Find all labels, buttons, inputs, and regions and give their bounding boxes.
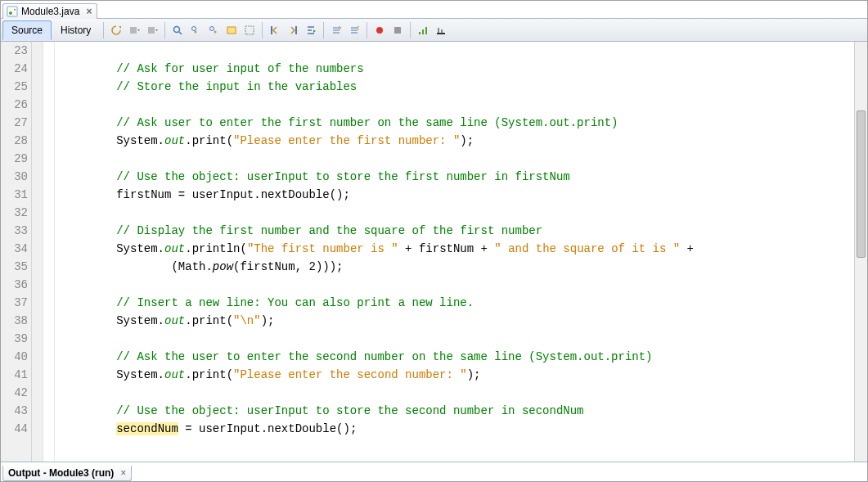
code-line[interactable]: [61, 150, 854, 168]
line-number: 35: [1, 258, 28, 276]
line-number: 42: [1, 384, 28, 402]
line-number: 30: [1, 168, 28, 186]
java-file-icon: [7, 6, 18, 17]
line-number: 26: [1, 96, 28, 114]
output-tab[interactable]: Output - Module3 (run) ×: [2, 466, 132, 481]
svg-rect-9: [245, 26, 254, 34]
line-number: 44: [1, 420, 28, 438]
code-line[interactable]: [61, 330, 854, 348]
line-number: 37: [1, 294, 28, 312]
back-dropdown-icon[interactable]: [126, 22, 142, 38]
code-line[interactable]: [61, 384, 854, 402]
svg-point-7: [210, 26, 214, 30]
code-line[interactable]: // Use the object: userInput to store th…: [61, 168, 854, 186]
code-line[interactable]: System.out.println("The first number is …: [61, 240, 854, 258]
line-number: 38: [1, 312, 28, 330]
svg-rect-15: [422, 29, 424, 34]
code-line[interactable]: // Store the input in the variables: [61, 78, 854, 96]
highlight-icon[interactable]: [223, 22, 240, 38]
file-tab[interactable]: Module3.java ×: [2, 3, 97, 19]
code-line[interactable]: [61, 276, 854, 294]
close-icon[interactable]: ×: [120, 467, 126, 479]
subtab-history[interactable]: History: [52, 20, 100, 40]
line-number: 41: [1, 366, 28, 384]
code-line[interactable]: // Insert a new line: You can also print…: [61, 294, 854, 312]
svg-rect-14: [419, 32, 421, 34]
code-content[interactable]: // Ask for user input of the numbers // …: [55, 42, 854, 462]
shift-left-icon[interactable]: [267, 22, 283, 38]
svg-rect-11: [295, 26, 297, 34]
code-line[interactable]: [61, 204, 854, 222]
svg-point-12: [376, 27, 383, 34]
code-line[interactable]: // Use the object: userInput to store th…: [61, 402, 854, 420]
line-number-gutter: 2324252627282930313233343536373839404142…: [1, 42, 32, 462]
line-number: 24: [1, 60, 28, 78]
stop-macro-icon[interactable]: [389, 22, 406, 38]
line-number: 39: [1, 330, 28, 348]
glyph-margin: [32, 42, 43, 462]
line-number: 36: [1, 276, 28, 294]
code-line[interactable]: // Ask the user to enter the second numb…: [61, 348, 854, 366]
svg-point-1: [9, 11, 12, 15]
record-macro-icon[interactable]: [371, 22, 388, 38]
line-number: 33: [1, 222, 28, 240]
line-number: 23: [1, 42, 28, 60]
fold-margin: [43, 42, 55, 462]
svg-line-5: [179, 32, 182, 34]
code-editor[interactable]: 2324252627282930313233343536373839404142…: [1, 42, 867, 462]
line-number: 40: [1, 348, 28, 366]
line-number: 32: [1, 204, 28, 222]
format-icon[interactable]: [303, 22, 319, 38]
scrollbar-thumb[interactable]: [857, 110, 866, 258]
file-tab-label: Module3.java: [21, 6, 79, 17]
bars-icon[interactable]: [415, 22, 431, 38]
separator: [367, 22, 367, 38]
svg-rect-2: [130, 27, 137, 34]
line-number: 28: [1, 132, 28, 150]
code-line[interactable]: // Ask user to enter the first number on…: [61, 114, 854, 132]
line-number: 34: [1, 240, 28, 258]
code-line[interactable]: [61, 42, 854, 60]
separator: [410, 22, 411, 38]
code-line[interactable]: firstNum = userInput.nextDouble();: [61, 186, 854, 204]
vertical-scrollbar[interactable]: [854, 42, 867, 462]
code-line[interactable]: secondNum = userInput.nextDouble();: [61, 420, 854, 438]
output-tab-label: Output - Module3 (run): [8, 467, 114, 479]
comment-icon[interactable]: [328, 22, 344, 38]
align-icon[interactable]: [433, 22, 449, 38]
code-line[interactable]: (Math.pow(firstNum, 2)));: [61, 258, 854, 276]
code-line[interactable]: // Ask for user input of the numbers: [61, 60, 854, 78]
code-line[interactable]: System.out.print("Please enter the first…: [61, 132, 854, 150]
find-icon[interactable]: [169, 22, 186, 38]
line-number: 29: [1, 150, 28, 168]
svg-rect-0: [7, 7, 17, 16]
refresh-icon[interactable]: [108, 22, 124, 38]
code-line[interactable]: // Display the first number and the squa…: [61, 222, 854, 240]
toggle-highlight-icon[interactable]: [241, 22, 258, 38]
svg-point-4: [174, 26, 180, 32]
line-number: 31: [1, 186, 28, 204]
svg-rect-13: [394, 27, 401, 34]
close-icon[interactable]: ×: [86, 6, 92, 17]
svg-rect-3: [148, 27, 155, 34]
find-next-icon[interactable]: [205, 22, 222, 38]
forward-dropdown-icon[interactable]: [144, 22, 160, 38]
line-number: 25: [1, 78, 28, 96]
code-line[interactable]: System.out.print("\n");: [61, 312, 854, 330]
separator: [103, 22, 104, 38]
shift-right-icon[interactable]: [285, 22, 301, 38]
find-prev-icon[interactable]: [187, 22, 204, 38]
svg-rect-18: [441, 29, 443, 33]
separator: [262, 22, 263, 38]
svg-point-6: [192, 26, 196, 30]
code-line[interactable]: [61, 96, 854, 114]
svg-rect-8: [227, 27, 236, 34]
separator: [323, 22, 324, 38]
uncomment-icon[interactable]: [346, 22, 362, 38]
code-line[interactable]: System.out.print("Please enter the secon…: [61, 366, 854, 384]
output-tab-bar: Output - Module3 (run) ×: [1, 462, 867, 481]
separator: [164, 22, 165, 38]
line-number: 27: [1, 114, 28, 132]
line-number: 43: [1, 402, 28, 420]
subtab-source[interactable]: Source: [2, 20, 52, 40]
